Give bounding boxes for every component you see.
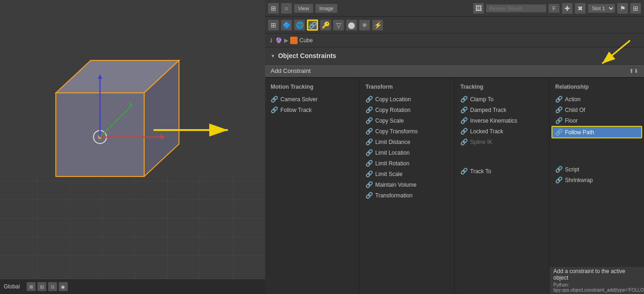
svg-marker-13 <box>56 93 144 176</box>
icon-btn-particles[interactable]: ✳ <box>359 20 370 31</box>
icon-btn-triangle[interactable]: ▽ <box>333 20 344 31</box>
viewport-icon-3[interactable]: ⊙ <box>48 282 57 291</box>
icon-btn-panels[interactable]: ⊞ <box>268 20 279 31</box>
f-button[interactable]: F <box>548 4 560 13</box>
menu-item-copy-rotation[interactable]: 🔗 Copy Rotation <box>362 105 452 115</box>
menu-item-script[interactable]: 🔗 Script <box>551 164 642 175</box>
menu-item-copy-transforms[interactable]: 🔗 Copy Transforms <box>362 126 452 137</box>
viewport-icon-4[interactable]: ◉ <box>59 282 68 291</box>
menu-item-track-to[interactable]: 🔗 Track To <box>457 166 547 176</box>
link-icon: 🔗 <box>460 106 468 113</box>
menu-item-copy-location[interactable]: 🔗 Copy Location <box>362 94 452 105</box>
item-label: Shrinkwrap <box>565 177 593 183</box>
link-icon: 🔗 <box>365 149 373 156</box>
item-label: Limit Rotation <box>375 160 409 167</box>
toolbar-icon-x[interactable]: ✖ <box>575 3 586 14</box>
menu-item-camera-solver[interactable]: 🔗 Camera Solver <box>267 94 358 105</box>
dropdown-menu: Motion Tracking 🔗 Camera Solver 🔗 Follow… <box>265 78 644 294</box>
menu-item-limit-scale[interactable]: 🔗 Limit Scale <box>362 169 452 179</box>
icon-btn-physics[interactable]: ⚡ <box>372 20 383 31</box>
item-label: Inverse Kinematics <box>470 118 517 124</box>
menu-item-copy-scale[interactable]: 🔗 Copy Scale <box>362 115 452 126</box>
item-label: Clamp To <box>470 96 493 103</box>
cube-icon <box>290 37 298 44</box>
constraints-header: ▼ Object Constraints <box>265 47 644 65</box>
link-icon: 🔗 <box>365 170 373 177</box>
tooltip-python: Python: bpy.ops.object.constraint_add(ty… <box>553 282 640 293</box>
item-label: Action <box>565 96 580 103</box>
add-constraint-bar[interactable]: Add Constraint ⬆⬇ <box>265 65 644 78</box>
icon-btn-key[interactable]: 🔑 <box>320 20 331 31</box>
menu-item-limit-distance[interactable]: 🔗 Limit Distance <box>362 137 452 147</box>
column-transform: Transform 🔗 Copy Location 🔗 Copy Rotatio… <box>360 78 455 294</box>
link-icon: 🔗 <box>460 138 468 145</box>
menu-item-follow-track[interactable]: 🔗 Follow Track <box>267 105 358 115</box>
item-label: Floor <box>565 118 578 124</box>
item-label: Limit Location <box>375 150 410 156</box>
link-icon: 🔗 <box>365 160 373 167</box>
item-label: Follow Path <box>565 129 594 136</box>
menu-item-follow-path[interactable]: 🔗 Follow Path <box>551 126 642 138</box>
column-relationship: Relationship 🔗 Action 🔗 Child Of 🔗 Floor… <box>550 78 644 294</box>
link-icon: 🔗 <box>555 117 563 124</box>
menu-item-action[interactable]: 🔗 Action <box>551 94 642 105</box>
constraints-title: Object Constraints <box>278 52 336 59</box>
viewport-icon-1[interactable]: ⊞ <box>27 282 36 291</box>
svg-marker-14 <box>56 60 179 93</box>
second-toolbar: ⊞ 🔷 🌐 🔗 🔑 ▽ ⬤ ✳ ⚡ <box>265 17 644 33</box>
link-icon: 🔗 <box>555 96 563 103</box>
item-label: Copy Rotation <box>375 107 411 113</box>
menu-item-shrinkwrap[interactable]: 🔗 Shrinkwrap <box>551 175 642 185</box>
icon-btn-sphere[interactable]: ⬤ <box>346 20 357 31</box>
menu-item-spline-ik[interactable]: 🔗 Spline IK <box>457 137 547 147</box>
slot-select[interactable]: Slot 1 <box>588 4 615 13</box>
item-label: Copy Scale <box>375 118 404 124</box>
menu-item-damped-track[interactable]: 🔗 Damped Track <box>457 105 547 115</box>
item-label: Damped Track <box>470 107 506 113</box>
cube-label: Cube <box>290 37 313 44</box>
link-icon: 🔗 <box>555 166 563 173</box>
add-constraint-label: Add Constraint <box>271 67 311 74</box>
toolbar-icon-plus[interactable]: ✚ <box>562 3 573 14</box>
item-label: Copy Transforms <box>375 128 418 135</box>
collapse-triangle[interactable]: ▼ <box>271 53 275 59</box>
menu-item-child-of[interactable]: 🔗 Child Of <box>551 105 642 115</box>
svg-marker-23 <box>98 74 102 79</box>
item-label: Transformation <box>375 192 412 199</box>
item-label: Child Of <box>565 107 585 113</box>
item-label: Maintain Volume <box>375 182 417 188</box>
global-label: Global <box>4 283 20 290</box>
item-label: Locked Track <box>470 128 503 135</box>
viewport-icon-2[interactable]: ⊟ <box>37 282 46 291</box>
link-icon: 🔗 <box>365 138 373 145</box>
menu-item-transformation[interactable]: 🔗 Transformation <box>362 190 452 201</box>
menu-item-inverse-kinematics[interactable]: 🔗 Inverse Kinematics <box>457 115 547 126</box>
menu-item-clamp-to[interactable]: 🔗 Clamp To <box>457 94 547 105</box>
item-label: Spline IK <box>470 139 492 145</box>
menu-item-floor[interactable]: 🔗 Floor <box>551 115 642 126</box>
menu-item-maintain-volume[interactable]: 🔗 Maintain Volume <box>362 179 452 190</box>
constraints-icon-btn[interactable]: 🔗 <box>307 20 318 31</box>
icon-btn-object[interactable]: 🔷 <box>281 20 292 31</box>
item-label: Copy Location <box>375 96 411 103</box>
menu-item-locked-track[interactable]: 🔗 Locked Track <box>457 126 547 137</box>
render-result-input[interactable] <box>486 4 546 13</box>
toolbar-icon-minus[interactable]: ○ <box>281 3 292 14</box>
toolbar-icon-render[interactable]: 🖼 <box>473 3 484 14</box>
toolbar-icon-split[interactable]: ⊞ <box>268 3 279 14</box>
cube-name: Cube <box>299 37 313 44</box>
image-menu[interactable]: Image <box>315 4 338 13</box>
view-menu[interactable]: View <box>294 4 313 13</box>
menu-item-limit-location[interactable]: 🔗 Limit Location <box>362 147 452 158</box>
viewport-bottom-bar: Global ⊞ ⊟ ⊙ ◉ <box>0 279 265 294</box>
toolbar-icon-grid[interactable]: ⊞ <box>630 3 641 14</box>
menu-item-limit-rotation[interactable]: 🔗 Limit Rotation <box>362 158 452 169</box>
link-icon: 🔗 <box>365 96 373 103</box>
svg-marker-15 <box>144 60 179 176</box>
link-icon: 🔗 <box>555 176 563 183</box>
dropdown-columns: Motion Tracking 🔗 Camera Solver 🔗 Follow… <box>265 78 644 294</box>
viewport-3d[interactable]: Global ⊞ ⊟ ⊙ ◉ <box>0 0 265 294</box>
icon-btn-globe[interactable]: 🌐 <box>294 20 305 31</box>
toolbar-icon-flag[interactable]: ⚑ <box>617 3 628 14</box>
item-label: Limit Scale <box>375 171 403 177</box>
